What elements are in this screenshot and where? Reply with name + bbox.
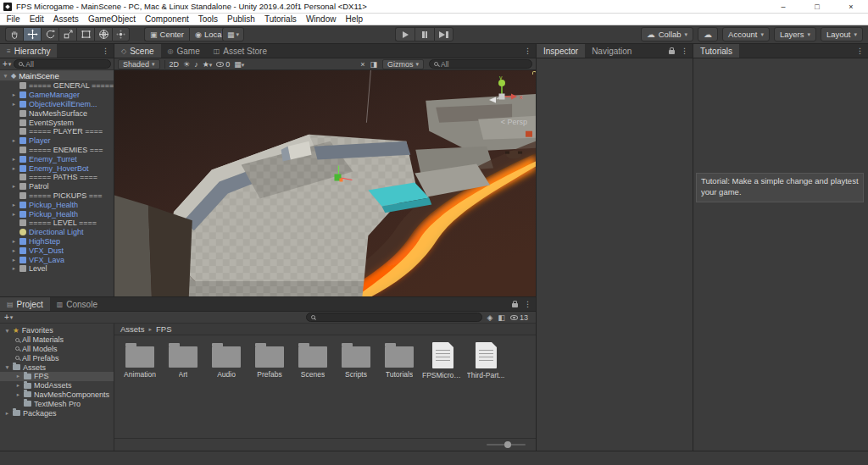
expand-arrow-icon[interactable]: ▸ [11,211,17,218]
panel-menu-icon[interactable]: ⋮ [852,44,868,58]
hierarchy-item[interactable]: EventSystem [0,118,114,127]
project-search-input[interactable] [306,313,482,322]
lighting-icon[interactable]: ☀ [183,60,190,69]
hand-tool-button[interactable] [5,27,23,42]
toggle-2d-button[interactable]: 2D [170,60,180,69]
hierarchy-item[interactable]: ▸VFX_Dust [0,246,114,255]
expand-arrow-icon[interactable]: ▸ [11,257,17,263]
expand-arrow-icon[interactable]: ▸ [11,101,17,108]
hierarchy-item[interactable]: ▸VFX_Lava [0,255,114,264]
expand-arrow-icon[interactable]: ▸ [15,373,21,379]
rotate-tool-button[interactable] [41,27,58,42]
asset-item-tutorials[interactable]: Tutorials [381,341,417,379]
tab-scene[interactable]: ◇Scene [114,44,161,58]
tree-item-navmeshcomponents[interactable]: ▸NavMeshComponents [0,390,114,400]
tree-item-all-prefabs[interactable]: All Prefabs [0,353,114,363]
asset-item-art[interactable]: Art [165,341,201,379]
hierarchy-item[interactable]: ▸Enemy_Turret [0,154,114,163]
menu-help[interactable]: Help [341,14,368,24]
expand-arrow-icon[interactable]: ▸ [11,165,17,172]
effects-icon[interactable]: ★▾ [203,60,213,69]
asset-item-fpsmicrogame[interactable]: FPSMicrog... [425,341,460,379]
layout-dropdown[interactable]: Layout▾ [821,27,863,42]
create-asset-button[interactable]: +▾ [4,313,13,322]
asset-item-prefabs[interactable]: Prefabs [252,341,287,379]
camera-settings-icon[interactable]: ◨ [370,60,377,69]
menu-file[interactable]: File [2,14,25,24]
menu-edit[interactable]: Edit [25,14,48,24]
asset-item-scripts[interactable]: Scripts [338,341,374,379]
rect-tool-button[interactable] [76,27,94,42]
menu-component[interactable]: Component [141,14,194,24]
breadcrumb-root[interactable]: Assets [120,324,145,334]
cloud-services-button[interactable]: ☁ [698,27,718,42]
scene-viewport[interactable]: y x < Persp [114,70,536,296]
search-by-label-icon[interactable]: ◧ [498,313,505,322]
breadcrumb-current[interactable]: FPS [156,324,171,334]
orientation-gizmo[interactable]: y x [480,74,527,114]
expand-arrow-icon[interactable]: ▸ [11,247,17,254]
collapse-arrow-icon[interactable]: ▼ [3,73,8,79]
expand-arrow-icon[interactable]: ▸ [11,91,17,98]
step-button[interactable] [434,27,453,42]
tab-navigation[interactable]: Navigation [585,44,638,58]
asset-item-thirdparty[interactable]: Third-Part... [468,341,504,379]
panel-menu-icon[interactable]: ⋮ [676,44,693,58]
audio-icon[interactable]: ♪ [194,60,198,69]
hierarchy-item[interactable]: ▸Level [0,264,114,274]
move-tool-button[interactable] [23,27,41,42]
search-by-type-icon[interactable]: ◈ [487,313,493,322]
play-button[interactable] [395,27,415,42]
tab-asset-store[interactable]: ◫Asset Store [207,44,274,58]
hidden-packages-toggle[interactable]: 13 [510,313,528,322]
menu-tutorials[interactable]: Tutorials [259,14,301,24]
hierarchy-item[interactable]: ===== PLAYER ==== [0,127,114,136]
tree-item-all-models[interactable]: All Models [0,345,114,354]
expand-arrow-icon[interactable]: ▸ [15,382,21,389]
tab-console[interactable]: ▥Console [50,297,104,311]
hierarchy-item[interactable]: ▸Pickup_Health [0,200,114,209]
minimize-button[interactable]: – [766,0,800,13]
collapse-arrow-icon[interactable]: ▼ [4,328,10,334]
expand-arrow-icon[interactable]: ▸ [15,391,21,398]
hierarchy-item[interactable]: ▸ObjectiveKillEnem... [0,100,114,109]
expand-arrow-icon[interactable]: ▸ [11,137,17,144]
tab-game[interactable]: ◎Game [161,44,207,58]
scene-header-row[interactable]: ▼ ◆ MainScene [0,70,114,80]
collab-dropdown[interactable]: ☁Collab▾ [641,27,693,42]
custom-tool-button[interactable] [112,27,130,42]
menu-tools[interactable]: Tools [193,14,222,24]
expand-arrow-icon[interactable]: ▸ [11,202,17,208]
tree-item-all-materials[interactable]: All Materials [0,335,114,345]
grid-settings-icon[interactable]: ▦▾ [234,60,244,69]
hierarchy-item[interactable]: ▸Enemy_HoverBot [0,163,114,173]
tab-inspector[interactable]: Inspector [537,44,585,58]
expand-arrow-icon[interactable]: ▸ [11,156,17,163]
create-button[interactable]: +▾ [3,59,11,69]
account-dropdown[interactable]: Account▾ [722,27,770,42]
tree-item-fps[interactable]: ▸FPS [0,372,114,381]
scale-tool-button[interactable] [58,27,76,42]
layers-dropdown[interactable]: Layers▾ [774,27,816,42]
grid-snap-button[interactable]: ▦▾ [222,27,244,42]
menu-assets[interactable]: Assets [48,14,83,24]
close-button[interactable]: × [834,0,868,13]
gizmos-dropdown[interactable]: Gizmos▾ [382,59,424,69]
expand-arrow-icon[interactable]: ▸ [11,183,17,190]
hierarchy-item[interactable]: Directional Light [0,228,114,237]
hierarchy-item[interactable]: ▸Pickup_Health [0,209,114,219]
maximize-button[interactable]: □ [800,0,834,13]
component-tools-icon[interactable]: × [360,60,364,69]
inspector-lock-icon[interactable] [667,44,676,58]
menu-gameobject[interactable]: GameObject [83,14,140,24]
pivot-toggle-button[interactable]: ▣Center [144,27,189,42]
tree-item-modassets[interactable]: ▸ModAssets [0,381,114,390]
asset-item-scenes[interactable]: Scenes [295,341,331,379]
transform-tool-button[interactable] [94,27,112,42]
hierarchy-item[interactable]: ===== GENERAL ===== [0,81,114,91]
asset-item-animation[interactable]: Animation [122,341,158,379]
hierarchy-item[interactable]: ▸Player [0,136,114,146]
tree-item-assets[interactable]: ▼Assets [0,363,114,372]
expand-arrow-icon[interactable]: ▸ [11,238,17,245]
asset-item-audio[interactable]: Audio [209,341,244,379]
